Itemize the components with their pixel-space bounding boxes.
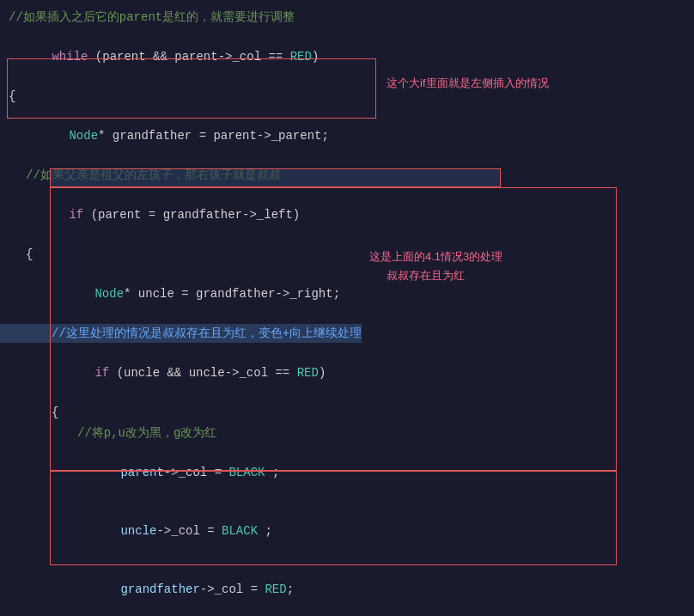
line-11-text: { <box>0 403 58 422</box>
line-14-text: uncle->_col = BLACK ; <box>0 503 272 559</box>
line-2-text: while (parent && parent->_col == RED) <box>0 28 319 85</box>
code-editor: //如果插入之后它的parent是红的，就需要进行调整 while (paren… <box>0 0 694 616</box>
code-line-15: grandfather->_col = RED; <box>0 560 694 616</box>
line-9-text: //这里处理的情况是叔叔存在且为红，变色+向上继续处理 <box>0 324 362 343</box>
code-line-9: //这里处理的情况是叔叔存在且为红，变色+向上继续处理 <box>0 323 694 344</box>
code-line-3: { <box>0 86 694 107</box>
code-line-14: uncle->_col = BLACK ; <box>0 502 694 560</box>
code-line-12: //将p,u改为黑，g改为红 <box>0 423 694 443</box>
line-7-text: { <box>0 245 33 264</box>
code-line-2: while (parent && parent->_col == RED) <box>0 27 694 86</box>
line-3-text: { <box>0 87 15 106</box>
line-12-text: //将p,u改为黑，g改为红 <box>0 424 216 442</box>
code-line-1: //如果插入之后它的parent是红的，就需要进行调整 <box>0 7 694 27</box>
line-1-text: //如果插入之后它的parent是红的，就需要进行调整 <box>0 8 295 27</box>
line-13-text: parent->_col = BLACK ; <box>0 444 279 501</box>
line-6-text: if (parent = grandfather->_left) <box>0 186 300 243</box>
code-line-10: if (uncle && uncle->_col == RED) <box>0 344 694 402</box>
code-line-8: Node* uncle = grandfather->_right; <box>0 265 694 323</box>
code-line-7: { <box>0 244 694 265</box>
code-line-11: { <box>0 402 694 423</box>
line-5-text: //如果父亲是祖父的左孩子，那右孩子就是叔叔 <box>0 166 281 185</box>
line-10-text: if (uncle && uncle->_col == RED) <box>0 345 326 401</box>
line-15-text: grandfather->_col = RED; <box>0 561 294 616</box>
code-line-6: if (parent = grandfather->_left) <box>0 186 694 244</box>
code-line-5: //如果父亲是祖父的左孩子，那右孩子就是叔叔 <box>0 165 694 186</box>
line-4-text: Node* grandfather = parent->_parent; <box>0 107 329 164</box>
code-line-4: Node* grandfather = parent->_parent; <box>0 107 694 165</box>
annotation-case41: 这是上面的4.1情况3的处理 <box>369 249 502 265</box>
line-8-text: Node* uncle = grandfather->_right; <box>0 265 340 322</box>
annotation-left-insert: 这个大if里面就是左侧插入的情况 <box>387 76 549 91</box>
code-line-13: parent->_col = BLACK ; <box>0 443 694 502</box>
annotation-uncle-red: 叔叔存在且为红 <box>387 268 465 284</box>
